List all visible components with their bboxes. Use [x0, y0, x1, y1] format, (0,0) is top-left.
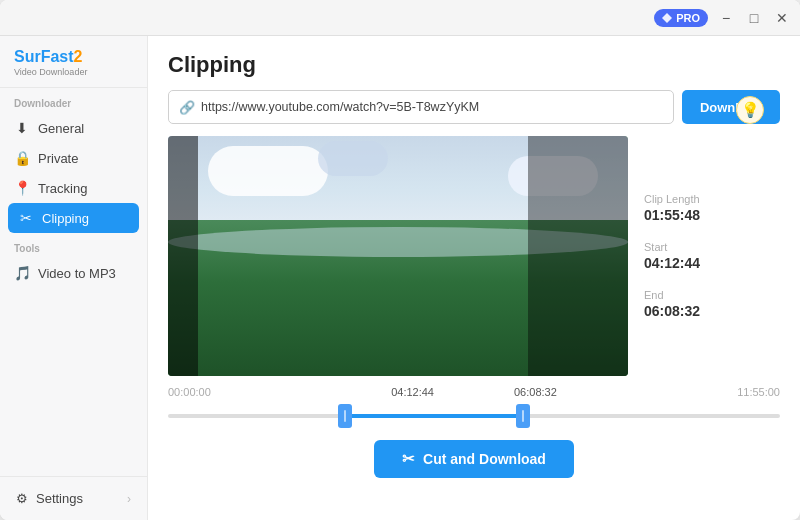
clip-length-row: Clip Length 01:55:48	[644, 193, 700, 223]
lightbulb-icon: 💡	[741, 101, 760, 119]
clip-length-label: Clip Length	[644, 193, 700, 205]
download-button[interactable]: Download	[682, 90, 780, 124]
clip-info: Clip Length 01:55:48 Start 04:12:44 End …	[644, 136, 700, 376]
timeline-section: 00:00:00 04:12:44 06:08:32 11:55:00	[168, 386, 780, 440]
timeline-handle-right[interactable]	[516, 404, 530, 428]
sidebar: SurFast2 Video Downloader Downloader ⬇ G…	[0, 36, 148, 520]
minimize-button[interactable]: −	[716, 8, 736, 28]
title-bar-controls: PRO − □ ✕	[654, 8, 792, 28]
close-button[interactable]: ✕	[772, 8, 792, 28]
cloud-3	[318, 141, 388, 176]
logo-subtitle: Video Downloader	[14, 67, 133, 77]
link-icon: 🔗	[179, 100, 195, 115]
settings-label: Settings	[36, 491, 83, 506]
gear-icon: ⚙	[16, 491, 28, 506]
timeline-end-label: 11:55:00	[737, 386, 780, 398]
tools-section-label: Tools	[0, 233, 147, 258]
end-label: End	[644, 289, 700, 301]
sidebar-item-private-label: Private	[38, 151, 78, 166]
scissors-nav-icon: ✂	[18, 210, 34, 226]
logo-area: SurFast2 Video Downloader	[0, 36, 147, 88]
content-area: Clipping 🔗 Download	[148, 36, 800, 520]
lightbulb-button[interactable]: 💡	[736, 96, 764, 124]
end-row: End 06:08:32	[644, 289, 700, 319]
logo-name: SurFast	[14, 48, 74, 65]
dark-side-left	[168, 136, 198, 376]
timeline-labels: 00:00:00 04:12:44 06:08:32 11:55:00	[168, 386, 780, 398]
timeline-handle-left[interactable]	[338, 404, 352, 428]
start-value: 04:12:44	[644, 255, 700, 271]
main-layout: SurFast2 Video Downloader Downloader ⬇ G…	[0, 36, 800, 520]
lightbulb-area: 💡	[736, 96, 764, 124]
end-value: 06:08:32	[644, 303, 700, 319]
chevron-right-icon: ›	[127, 492, 131, 506]
video-thumbnail	[168, 136, 628, 376]
timeline-mid-labels: 04:12:44 06:08:32	[168, 386, 780, 398]
sidebar-item-video-to-mp3[interactable]: 🎵 Video to MP3	[0, 258, 147, 288]
sidebar-item-mp3-label: Video to MP3	[38, 266, 116, 281]
sidebar-item-tracking[interactable]: 📍 Tracking	[0, 173, 147, 203]
url-input-wrap: 🔗	[168, 90, 674, 124]
logo-text: SurFast2	[14, 48, 133, 66]
diamond-icon	[662, 13, 672, 23]
video-info-row: Clip Length 01:55:48 Start 04:12:44 End …	[168, 136, 780, 376]
sidebar-item-clipping[interactable]: ✂ Clipping	[8, 203, 139, 233]
tracking-icon: 📍	[14, 180, 30, 196]
dark-side-right	[528, 136, 628, 376]
download-icon: ⬇	[14, 120, 30, 136]
downloader-section-label: Downloader	[0, 88, 147, 113]
sidebar-item-clipping-label: Clipping	[42, 211, 89, 226]
timeline-bar[interactable]	[168, 402, 780, 430]
cut-download-button[interactable]: ✂ Cut and Download	[374, 440, 574, 478]
title-bar: PRO − □ ✕	[0, 0, 800, 36]
pro-label: PRO	[676, 12, 700, 24]
timeline-selected-range	[345, 414, 523, 418]
cut-download-label: Cut and Download	[423, 451, 546, 467]
logo-number: 2	[74, 48, 83, 65]
content-wrapper: Clipping 🔗 Download	[168, 52, 780, 508]
url-input[interactable]	[201, 100, 663, 114]
svg-marker-0	[662, 13, 672, 23]
sidebar-item-private[interactable]: 🔒 Private	[0, 143, 147, 173]
sidebar-item-general[interactable]: ⬇ General	[0, 113, 147, 143]
scissors-icon: ✂	[402, 450, 415, 468]
maximize-button[interactable]: □	[744, 8, 764, 28]
cloud-1	[208, 146, 328, 196]
start-label: Start	[644, 241, 700, 253]
settings-item[interactable]: ⚙ Settings ›	[8, 485, 139, 512]
clip-length-value: 01:55:48	[644, 207, 700, 223]
timeline-marker-left: 04:12:44	[391, 386, 434, 398]
sidebar-item-tracking-label: Tracking	[38, 181, 87, 196]
music-icon: 🎵	[14, 265, 30, 281]
sidebar-bottom: ⚙ Settings ›	[0, 476, 147, 520]
timeline-marker-right: 06:08:32	[514, 386, 557, 398]
app-window: PRO − □ ✕ SurFast2 Video Downloader Down…	[0, 0, 800, 520]
sidebar-item-general-label: General	[38, 121, 84, 136]
url-row: 🔗 Download	[168, 90, 780, 124]
lock-icon: 🔒	[14, 150, 30, 166]
start-row: Start 04:12:44	[644, 241, 700, 271]
pro-badge[interactable]: PRO	[654, 9, 708, 27]
page-title: Clipping	[168, 52, 780, 78]
